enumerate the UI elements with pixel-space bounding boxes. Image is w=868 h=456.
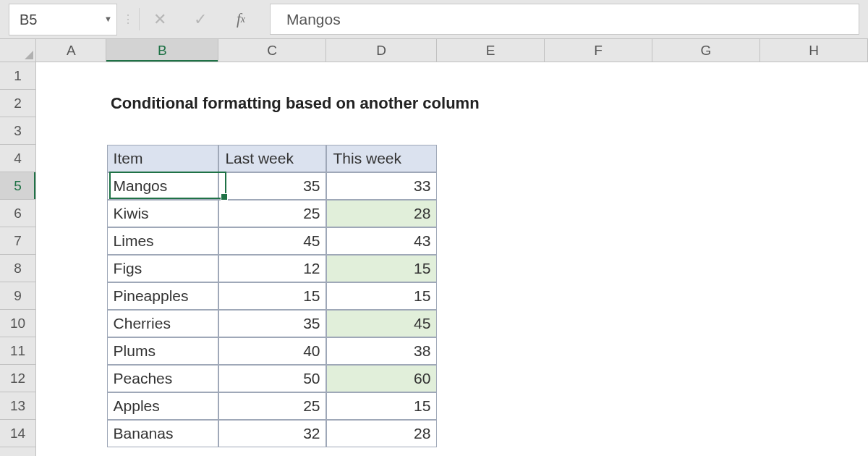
table-cell-item[interactable]: Bananas (107, 420, 219, 447)
column-header-A[interactable]: A (36, 39, 106, 62)
table-cell-this-week[interactable]: 33 (326, 172, 437, 200)
cell[interactable] (760, 255, 868, 282)
cell[interactable] (36, 282, 107, 310)
table-cell-item[interactable]: Cherries (107, 310, 219, 337)
cell[interactable] (760, 420, 868, 447)
cell[interactable] (437, 282, 545, 310)
cell[interactable] (218, 62, 326, 90)
column-header-D[interactable]: D (326, 39, 437, 62)
cell[interactable] (437, 62, 545, 90)
cell[interactable] (36, 255, 107, 282)
cell[interactable] (36, 117, 107, 145)
cell[interactable] (437, 200, 545, 227)
cell[interactable] (654, 90, 761, 117)
row-header-1[interactable]: 1 (0, 62, 35, 90)
cell[interactable] (36, 420, 107, 447)
cell[interactable] (36, 172, 107, 200)
row-header-4[interactable]: 4 (0, 145, 35, 172)
cell[interactable] (36, 365, 107, 392)
cell[interactable] (652, 255, 760, 282)
cell[interactable] (652, 62, 760, 90)
table-cell-last-week[interactable]: 50 (218, 365, 326, 392)
table-cell-last-week[interactable]: 40 (218, 337, 326, 365)
cell[interactable] (760, 282, 868, 310)
column-header-H[interactable]: H (760, 39, 868, 62)
cell[interactable] (760, 172, 868, 200)
cell[interactable] (760, 227, 868, 255)
table-cell-this-week[interactable]: 15 (326, 392, 437, 420)
cell[interactable] (545, 392, 652, 420)
table-cell-last-week[interactable]: 45 (218, 227, 326, 255)
table-cell-item[interactable]: Kiwis (107, 200, 219, 227)
cell[interactable] (36, 62, 107, 90)
cell[interactable] (437, 227, 545, 255)
cell[interactable] (760, 337, 868, 365)
cell[interactable] (36, 337, 107, 365)
cell[interactable] (36, 145, 107, 172)
table-cell-this-week[interactable]: 15 (326, 282, 437, 310)
cell[interactable] (760, 392, 868, 420)
table-cell-item[interactable]: Pineapples (107, 282, 219, 310)
table-cell-this-week[interactable]: 60 (326, 365, 437, 392)
table-cell-last-week[interactable]: 35 (218, 172, 326, 200)
cell[interactable] (652, 310, 760, 337)
table-cell-item[interactable]: Mangos (107, 172, 219, 200)
cell[interactable] (36, 310, 107, 337)
table-cell-this-week[interactable]: 38 (326, 337, 437, 365)
table-cell-last-week[interactable]: 12 (218, 255, 326, 282)
cell[interactable] (545, 337, 652, 365)
table-cell-item[interactable]: Figs (107, 255, 219, 282)
column-header-B[interactable]: B (106, 39, 218, 62)
cell[interactable] (652, 145, 760, 172)
cell[interactable] (760, 310, 868, 337)
row-header-9[interactable]: 9 (0, 282, 35, 310)
row-header-11[interactable]: 11 (0, 337, 35, 365)
cell[interactable] (652, 200, 760, 227)
table-cell-this-week[interactable]: 28 (326, 420, 437, 447)
table-cell-this-week[interactable]: 15 (326, 255, 437, 282)
table-cell-item[interactable]: Limes (107, 227, 219, 255)
cell[interactable] (326, 117, 437, 145)
cell[interactable] (652, 282, 760, 310)
cell[interactable] (437, 255, 545, 282)
select-all-corner[interactable] (0, 39, 36, 62)
table-cell-this-week[interactable]: 28 (326, 200, 437, 227)
fx-icon[interactable]: fx (221, 4, 261, 35)
cells-area[interactable]: Conditional formatting based on another … (36, 62, 868, 456)
cell[interactable] (107, 117, 219, 145)
cell[interactable] (760, 365, 868, 392)
row-header-3[interactable]: 3 (0, 117, 35, 145)
cell[interactable] (760, 145, 868, 172)
row-header-7[interactable]: 7 (0, 227, 35, 255)
row-header-5[interactable]: 5 (0, 172, 35, 200)
table-cell-last-week[interactable]: 35 (218, 310, 326, 337)
row-header-2[interactable]: 2 (0, 90, 35, 117)
cell[interactable] (545, 117, 652, 145)
cell[interactable] (437, 117, 545, 145)
cell[interactable] (437, 145, 545, 172)
cell[interactable] (437, 310, 545, 337)
cell[interactable] (36, 227, 107, 255)
cell[interactable] (652, 172, 760, 200)
cell[interactable] (545, 62, 652, 90)
table-cell-last-week[interactable]: 25 (218, 392, 326, 420)
cell[interactable] (760, 200, 868, 227)
cell[interactable] (545, 282, 652, 310)
row-header-13[interactable]: 13 (0, 392, 35, 420)
cell[interactable] (545, 145, 652, 172)
cell[interactable] (545, 310, 652, 337)
cell[interactable] (760, 62, 868, 90)
cell[interactable] (652, 337, 760, 365)
column-header-F[interactable]: F (545, 39, 652, 62)
cell[interactable] (36, 200, 107, 227)
cell[interactable] (107, 62, 219, 90)
cell[interactable] (545, 255, 652, 282)
page-title[interactable]: Conditional formatting based on another … (106, 90, 224, 117)
name-box-dropdown-icon[interactable]: ▼ (104, 14, 112, 23)
cell[interactable] (437, 365, 545, 392)
cell[interactable] (652, 117, 760, 145)
cell[interactable] (218, 117, 326, 145)
column-header-G[interactable]: G (652, 39, 760, 62)
row-header-12[interactable]: 12 (0, 365, 35, 392)
table-header-item[interactable]: Item (107, 145, 219, 172)
